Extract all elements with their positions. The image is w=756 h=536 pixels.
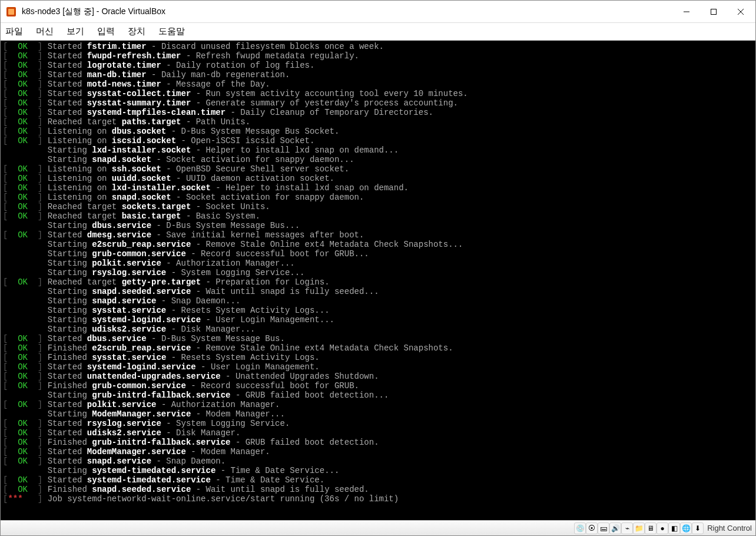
log-line: [ OK ] Listening on dbus.socket - D-Bus …: [3, 127, 753, 136]
cd-icon[interactable]: ⦿: [586, 522, 598, 534]
log-line: [ OK ] Listening on lxd-installer.socket…: [3, 183, 753, 193]
menu-input[interactable]: 입력: [97, 26, 115, 37]
log-line: Starting lxd-installer.socket - Helper t…: [3, 145, 753, 155]
log-line: [ OK ] Started ModemManager.service - Mo…: [3, 447, 753, 456]
menu-device[interactable]: 장치: [128, 26, 145, 37]
optical-drive-icon[interactable]: 💿: [574, 522, 586, 534]
log-line: [ OK ] Reached target paths.target - Pat…: [3, 117, 753, 127]
log-line: Starting e2scrub_reap.service - Remove S…: [3, 240, 753, 249]
log-line: Starting grub-initrd-fallback.service - …: [3, 391, 753, 400]
log-line: [ OK ] Started fwupd-refresh.timer - Ref…: [3, 51, 753, 61]
host-key-label: Right Control: [706, 524, 752, 532]
folder-icon[interactable]: 📁: [633, 522, 645, 534]
status-bar: 💿⦿🖴🔊⌁📁🖥●◧🌐⬇ Right Control: [1, 520, 755, 535]
vm-console[interactable]: [ OK ] Started fstrim.timer - Discard un…: [1, 41, 755, 520]
svg-rect-3: [711, 9, 717, 14]
minimize-button[interactable]: [673, 1, 700, 22]
usb-icon[interactable]: ⌁: [621, 522, 633, 534]
menu-machine[interactable]: 머신: [36, 26, 54, 37]
log-line: [ OK ] Finished grub-initrd-fallback.ser…: [3, 438, 753, 447]
log-line: [ OK ] Reached target getty-pre.target -…: [3, 277, 753, 287]
log-line: [*** ] Job systemd-networkd-wait-online.…: [3, 494, 753, 504]
log-line: [ OK ] Started man-db.timer - Daily man-…: [3, 70, 753, 80]
maximize-button[interactable]: [700, 1, 727, 22]
log-line: [ OK ] Reached target basic.target - Bas…: [3, 211, 753, 221]
log-line: [ OK ] Started snapd.service - Snap Daem…: [3, 456, 753, 466]
log-line: Starting sysstat.service - Resets System…: [3, 306, 753, 315]
log-line: [ OK ] Listening on ssh.socket - OpenBSD…: [3, 164, 753, 174]
network-icon[interactable]: 🌐: [680, 522, 692, 534]
log-line: [ OK ] Started systemd-logind.service - …: [3, 362, 753, 372]
display-icon[interactable]: 🖥: [645, 522, 656, 534]
log-line: [ OK ] Started fstrim.timer - Discard un…: [3, 42, 753, 51]
log-line: [ OK ] Started sysstat-collect.timer - R…: [3, 89, 753, 98]
log-line: [ OK ] Finished e2scrub_reap.service - R…: [3, 343, 753, 353]
log-line: [ OK ] Started rsyslog.service - System …: [3, 419, 753, 428]
svg-rect-1: [8, 9, 14, 15]
log-line: [ OK ] Listening on uuidd.socket - UUID …: [3, 174, 753, 183]
log-line: Starting snapd.socket - Socket activatio…: [3, 155, 753, 164]
log-line: [ OK ] Started motd-news.timer - Message…: [3, 80, 753, 89]
log-line: Starting rsyslog.service - System Loggin…: [3, 268, 753, 277]
log-line: Starting snapd.seeded.service - Wait unt…: [3, 287, 753, 296]
menu-view[interactable]: 보기: [67, 26, 84, 37]
log-line: Starting snapd.service - Snap Daemon...: [3, 296, 753, 306]
log-line: [ OK ] Started polkit.service - Authoriz…: [3, 400, 753, 409]
log-line: [ OK ] Started logrotate.timer - Daily r…: [3, 61, 753, 70]
log-line: [ OK ] Finished grub-common.service - Re…: [3, 381, 753, 391]
log-line: Starting ModemManager.service - Modem Ma…: [3, 409, 753, 419]
close-button[interactable]: [727, 1, 754, 22]
menu-bar: 파일 머신 보기 입력 장치 도움말: [1, 23, 755, 41]
log-line: Starting udisks2.service - Disk Manager.…: [3, 325, 753, 334]
window-title: k8s-node3 [실행 중] - Oracle VirtualBox: [22, 6, 673, 17]
log-line: [ OK ] Started sysstat-summary.timer - G…: [3, 98, 753, 108]
menu-file[interactable]: 파일: [5, 26, 23, 37]
log-line: [ OK ] Listening on iscsid.socket - Open…: [3, 136, 753, 145]
window-controls: [673, 1, 754, 22]
log-line: [ OK ] Reached target sockets.target - S…: [3, 202, 753, 211]
guest-additions-icon[interactable]: ◧: [668, 522, 680, 534]
log-line: Starting polkit.service - Authorization …: [3, 259, 753, 268]
audio-icon[interactable]: 🔊: [609, 522, 621, 534]
log-line: [ OK ] Started dmesg.service - Save init…: [3, 230, 753, 240]
log-line: [ OK ] Started systemd-timedated.service…: [3, 475, 753, 485]
record-icon[interactable]: ●: [656, 522, 668, 534]
log-line: [ OK ] Listening on snapd.socket - Socke…: [3, 193, 753, 202]
disk-icon[interactable]: 🖴: [598, 522, 609, 534]
log-line: Starting dbus.service - D-Bus System Mes…: [3, 221, 753, 230]
log-line: Starting systemd-logind.service - User L…: [3, 315, 753, 325]
window-title-bar: k8s-node3 [실행 중] - Oracle VirtualBox: [1, 1, 755, 23]
log-line: Starting grub-common.service - Record su…: [3, 249, 753, 259]
log-line: Starting systemd-timedated.service - Tim…: [3, 466, 753, 475]
log-line: [ OK ] Finished snapd.seeded.service - W…: [3, 485, 753, 494]
app-icon: [5, 6, 17, 18]
log-line: [ OK ] Finished sysstat.service - Resets…: [3, 353, 753, 362]
keyboard-capture-icon[interactable]: ⬇: [692, 522, 704, 534]
log-line: [ OK ] Started systemd-tmpfiles-clean.ti…: [3, 108, 753, 117]
log-line: [ OK ] Started udisks2.service - Disk Ma…: [3, 428, 753, 438]
menu-help[interactable]: 도움말: [158, 26, 185, 37]
log-line: [ OK ] Started dbus.service - D-Bus Syst…: [3, 334, 753, 343]
log-line: [ OK ] Started unattended-upgrades.servi…: [3, 372, 753, 381]
